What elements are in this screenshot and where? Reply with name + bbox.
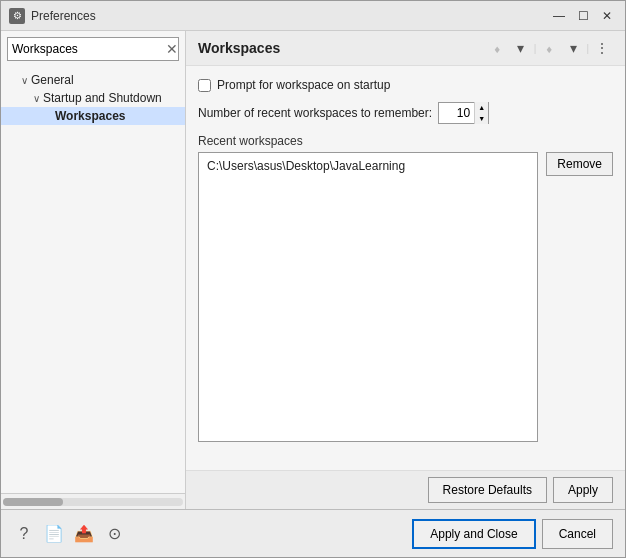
panel-title: Workspaces xyxy=(198,40,280,56)
close-button[interactable]: ✕ xyxy=(597,6,617,26)
spin-buttons: ▲ ▼ xyxy=(474,102,488,124)
window-bottom: ? 📄 📤 ⊙ Apply and Close Cancel xyxy=(1,509,625,557)
separator2: | xyxy=(586,43,589,54)
clear-search-button[interactable]: ✕ xyxy=(166,41,178,57)
workspace-list[interactable]: C:\Users\asus\Desktop\JavaLearning xyxy=(198,152,538,442)
right-content: Prompt for workspace on startup Number o… xyxy=(186,66,625,470)
expand-icon: ∨ xyxy=(17,73,31,87)
app-icon: ⚙ xyxy=(9,8,25,24)
cancel-button[interactable]: Cancel xyxy=(542,519,613,549)
forward-button[interactable]: ⬧ xyxy=(538,37,560,59)
workspace-list-container: C:\Users\asus\Desktop\JavaLearning Remov… xyxy=(198,152,613,442)
spin-up-button[interactable]: ▲ xyxy=(474,102,488,113)
search-box: ✕ xyxy=(7,37,179,61)
tree-item-workspaces[interactable]: Workspaces xyxy=(1,107,185,125)
horizontal-scrollbar[interactable] xyxy=(3,498,183,506)
apply-button[interactable]: Apply xyxy=(553,477,613,503)
tree-label-startup: Startup and Shutdown xyxy=(43,91,162,105)
title-bar: ⚙ Preferences — ☐ ✕ xyxy=(1,1,625,31)
tree-item-startup[interactable]: ∨ Startup and Shutdown xyxy=(1,89,185,107)
prompt-label: Prompt for workspace on startup xyxy=(217,78,390,92)
window-title: Preferences xyxy=(31,9,549,23)
recent-count-row: Number of recent workspaces to remember:… xyxy=(198,102,613,124)
expand-icon-workspaces xyxy=(41,109,55,123)
minimize-button[interactable]: — xyxy=(549,6,569,26)
settings-icon[interactable]: ⊙ xyxy=(103,523,125,545)
bottom-buttons: Apply and Close Cancel xyxy=(412,519,613,549)
bottom-icons: ? 📄 📤 ⊙ xyxy=(13,523,125,545)
separator: | xyxy=(534,43,537,54)
right-header: Workspaces ⬧ ▾ | ⬧ ▾ | ⋮ xyxy=(186,31,625,66)
left-scrollbar-area xyxy=(1,493,185,509)
spin-down-button[interactable]: ▼ xyxy=(474,113,488,124)
help-icon[interactable]: ? xyxy=(13,523,35,545)
apply-and-close-button[interactable]: Apply and Close xyxy=(412,519,535,549)
remove-button[interactable]: Remove xyxy=(546,152,613,176)
prompt-checkbox-row: Prompt for workspace on startup xyxy=(198,78,613,92)
forward-dropdown-button[interactable]: ▾ xyxy=(562,37,584,59)
file-icon[interactable]: 📄 xyxy=(43,523,65,545)
recent-workspaces-label: Recent workspaces xyxy=(198,134,613,148)
more-button[interactable]: ⋮ xyxy=(591,37,613,59)
window-controls: — ☐ ✕ xyxy=(549,6,617,26)
left-panel: ✕ ∨ General ∨ Startup and Shutdown Works… xyxy=(1,31,186,509)
export-icon[interactable]: 📤 xyxy=(73,523,95,545)
content-area: ✕ ∨ General ∨ Startup and Shutdown Works… xyxy=(1,31,625,509)
prompt-checkbox[interactable] xyxy=(198,79,211,92)
preferences-window: ⚙ Preferences — ☐ ✕ ✕ ∨ General ∨ xyxy=(0,0,626,558)
tree-area: ∨ General ∨ Startup and Shutdown Workspa… xyxy=(1,67,185,493)
right-bottom: Restore Defaults Apply xyxy=(186,470,625,509)
tree-item-general[interactable]: ∨ General xyxy=(1,71,185,89)
right-panel: Workspaces ⬧ ▾ | ⬧ ▾ | ⋮ Prompt for work… xyxy=(186,31,625,509)
workspace-item[interactable]: C:\Users\asus\Desktop\JavaLearning xyxy=(203,157,533,175)
back-button[interactable]: ⬧ xyxy=(486,37,508,59)
recent-count-input[interactable] xyxy=(439,103,474,123)
expand-icon-startup: ∨ xyxy=(29,91,43,105)
scrollbar-thumb xyxy=(3,498,63,506)
search-input[interactable] xyxy=(8,42,166,56)
dropdown-button[interactable]: ▾ xyxy=(510,37,532,59)
restore-defaults-button[interactable]: Restore Defaults xyxy=(428,477,547,503)
recent-count-label: Number of recent workspaces to remember: xyxy=(198,106,432,120)
recent-count-input-group: ▲ ▼ xyxy=(438,102,489,124)
maximize-button[interactable]: ☐ xyxy=(573,6,593,26)
tree-label-general: General xyxy=(31,73,74,87)
tree-label-workspaces: Workspaces xyxy=(55,109,125,123)
right-toolbar: ⬧ ▾ | ⬧ ▾ | ⋮ xyxy=(486,37,613,59)
